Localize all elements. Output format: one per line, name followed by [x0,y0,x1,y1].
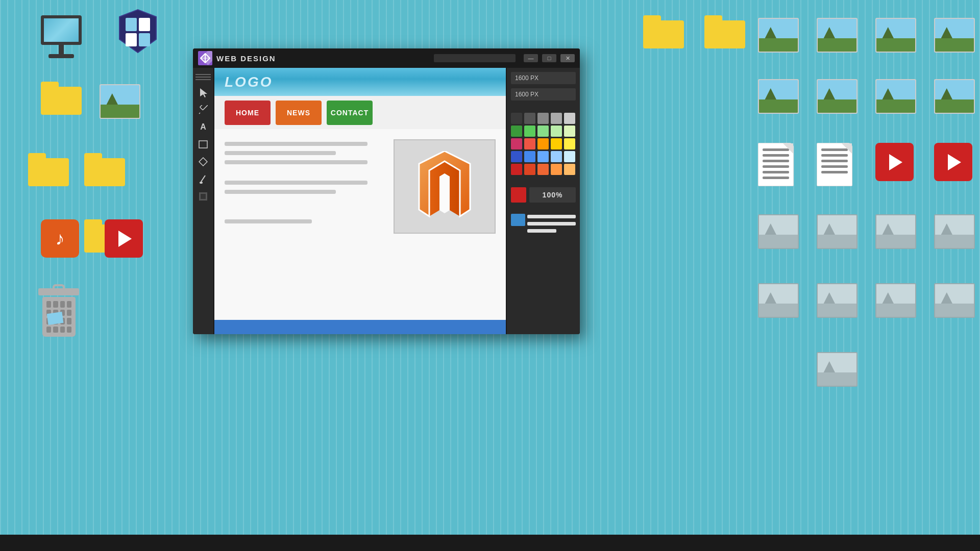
color-swatch[interactable] [564,126,575,137]
gray-image-3[interactable] [875,214,916,249]
folder-icon-2[interactable] [28,153,69,186]
color-swatch[interactable] [511,151,522,162]
trash-icon[interactable] [38,288,79,337]
panel-block-1[interactable] [511,214,525,226]
color-swatch[interactable] [551,151,562,162]
gray-image-8[interactable] [934,283,975,318]
minimize-button[interactable]: — [524,54,538,62]
svg-marker-5 [201,54,210,63]
gray-image-6[interactable] [817,283,857,318]
color-swatch[interactable] [524,164,535,175]
image-thumbnail [758,18,799,53]
image-thumbnail [817,79,857,114]
color-swatch[interactable] [564,164,575,175]
video-icon-r1[interactable] [875,143,914,181]
color-swatch[interactable] [511,126,522,137]
gray-image-7[interactable] [875,283,916,318]
gray-thumbnail [817,352,857,387]
height-value: 1600 PX [515,91,538,98]
color-swatch[interactable] [524,113,535,124]
image-thumbnail [100,84,140,119]
color-swatch[interactable] [524,151,535,162]
news-nav-button[interactable]: NEWS [276,101,322,125]
image-icon-tr1[interactable] [758,18,799,53]
accent-color-swatch[interactable] [511,187,526,203]
color-swatch[interactable] [551,113,562,124]
window-body: A [193,68,580,334]
shield-icon-item[interactable] [117,8,158,54]
color-swatch[interactable] [564,113,575,124]
browser-content [214,129,506,320]
image-icon-r2[interactable] [817,79,857,114]
color-swatch[interactable] [537,151,549,162]
left-toolbar: A [193,68,214,334]
height-input[interactable]: 1600 PX [511,88,576,101]
color-swatch[interactable] [537,113,549,124]
color-swatch[interactable] [524,138,535,149]
gray-image-9[interactable] [817,352,857,387]
diamond-tool-button[interactable] [196,155,210,169]
svg-rect-9 [200,105,208,110]
brush-tool-button[interactable] [196,172,210,186]
color-swatch[interactable] [537,138,549,149]
music-app-icon[interactable]: ♪ [41,219,79,258]
browser-mockup: LOGO HOME NEWS CONTACT [214,68,506,334]
panel-line-3 [527,229,556,233]
image-icon-tr3[interactable] [875,18,916,53]
home-nav-button[interactable]: HOME [225,101,271,125]
color-swatch[interactable] [511,164,522,175]
folder-icon-tr1[interactable] [643,15,684,48]
color-swatch[interactable] [537,164,549,175]
text-line-4 [225,181,368,185]
rect-tool-button[interactable] [196,137,210,152]
image-icon-topleft[interactable] [100,84,140,119]
gray-image-1[interactable] [758,214,799,249]
color-swatch[interactable] [537,126,549,137]
video-icon-r2[interactable] [934,143,972,181]
video-graphic [875,143,914,181]
color-swatch[interactable] [564,151,575,162]
gray-thumbnail [758,214,799,249]
contact-nav-button[interactable]: CONTACT [327,101,373,125]
image-thumbnail [934,79,975,114]
gray-image-5[interactable] [758,283,799,318]
color-palette[interactable] [511,113,576,175]
maximize-button[interactable]: □ [542,54,556,62]
browser-header: LOGO [214,68,506,96]
video-app-icon-left[interactable] [105,219,143,258]
folder-icon-3[interactable] [84,153,125,186]
search-bar[interactable] [434,54,516,62]
close-button[interactable]: ✕ [560,54,575,62]
folder-icon-1[interactable] [41,82,82,115]
image-icon-r4[interactable] [934,79,975,114]
text-line-6 [225,219,312,223]
document-icon-r1[interactable] [758,143,794,186]
text-tool-button[interactable]: A [196,120,210,134]
computer-icon[interactable] [38,15,84,59]
image-icon-tr2[interactable] [817,18,857,53]
color-swatch[interactable] [524,126,535,137]
image-thumbnail [817,18,857,53]
width-input[interactable]: 1600 PX [511,72,576,84]
arrow-tool-button[interactable] [196,85,210,99]
color-swatch[interactable] [511,113,522,124]
image-icon-tr4[interactable] [934,18,975,53]
folder-icon-tr2[interactable] [704,15,745,48]
color-swatch[interactable] [511,138,522,149]
image-icon-r3[interactable] [875,79,916,114]
image-icon-r1[interactable] [758,79,799,114]
editor-window: WEB DESIGN — □ ✕ [193,48,580,334]
color-swatch[interactable] [564,138,575,149]
svg-rect-1 [126,18,137,31]
gray-image-2[interactable] [817,214,857,249]
gray-thumbnail [817,214,857,249]
color-swatch[interactable] [551,164,562,175]
color-swatch[interactable] [551,126,562,137]
text-line-3 [225,160,368,164]
color-swatch[interactable] [551,138,562,149]
document-icon-r2[interactable] [817,143,852,186]
rect2-tool-button[interactable] [196,189,210,204]
pencil-tool-button[interactable] [196,103,210,117]
video-graphic [934,143,972,181]
gray-image-4[interactable] [934,214,975,249]
